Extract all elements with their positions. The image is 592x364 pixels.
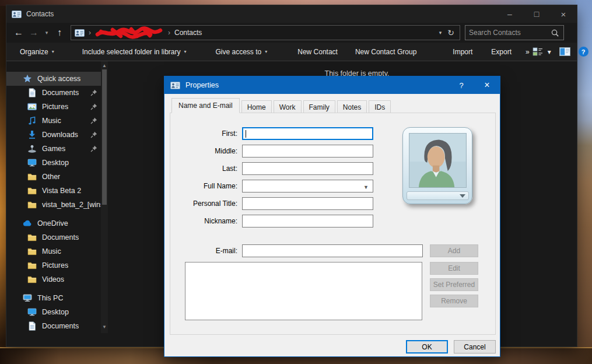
change-view-button[interactable]: ▾ — [533, 47, 551, 56]
sidebar-item-onedrive-documents[interactable]: Documents — [6, 230, 101, 244]
organize-button[interactable]: Organize▾ — [17, 48, 57, 56]
up-button[interactable]: ↑ — [52, 27, 67, 38]
pin-icon — [90, 103, 97, 110]
search-input[interactable] — [465, 29, 551, 37]
sidebar-item-onedrive-pictures[interactable]: Pictures — [6, 258, 101, 272]
contact-picture[interactable] — [402, 127, 472, 204]
sidebar-item-vista-beta-2[interactable]: Vista Beta 2 — [6, 184, 101, 198]
edit-button[interactable]: Edit — [430, 262, 478, 275]
last-name-field[interactable] — [242, 162, 373, 175]
add-button[interactable]: Add — [430, 244, 478, 257]
address-dropdown-chevron-icon[interactable]: ▾ — [435, 30, 447, 36]
full-name-label: Full Name: — [170, 180, 237, 192]
personal-title-input[interactable] — [243, 198, 373, 209]
folder-icon — [27, 200, 37, 209]
pictures-icon — [27, 102, 37, 111]
email-field[interactable] — [242, 244, 423, 257]
cloud-icon — [23, 219, 32, 228]
sidebar-item-this-pc[interactable]: This PC — [6, 291, 101, 305]
refresh-icon[interactable]: ↻ — [446, 28, 460, 37]
nickname-field[interactable] — [242, 215, 373, 228]
more-commands-button[interactable]: » — [523, 48, 533, 56]
give-access-to-button[interactable]: Give access to▾ — [213, 48, 271, 56]
navigation-bar: ← → ▾ ↑ › › Contacts ▾ ↻ — [6, 23, 577, 43]
sidebar-item-thispc-desktop[interactable]: Desktop — [6, 305, 101, 319]
personal-title-field[interactable] — [242, 197, 373, 210]
include-in-library-button[interactable]: Include selected folder in library▾ — [79, 48, 190, 56]
sidebar-item-onedrive-music[interactable]: Music — [6, 244, 101, 258]
star-icon — [23, 74, 32, 83]
sidebar-item-vista-beta-2-winsou[interactable]: vista_beta_2_[winsou — [6, 198, 101, 212]
maximize-button[interactable]: □ — [523, 5, 550, 23]
minimize-button[interactable]: – — [496, 5, 523, 23]
email-input[interactable] — [243, 245, 422, 257]
cancel-button[interactable]: Cancel — [454, 340, 496, 354]
person-silhouette-icon — [409, 134, 466, 187]
import-button[interactable]: Import — [450, 48, 475, 56]
chevron-down-icon[interactable]: ▼ — [363, 184, 369, 190]
first-name-field[interactable] — [242, 127, 373, 140]
tab-notes[interactable]: Notes — [337, 100, 367, 113]
desktop-icon — [27, 158, 37, 167]
dialog-help-icon[interactable]: ? — [449, 76, 474, 94]
close-button[interactable]: × — [550, 5, 577, 23]
tab-family[interactable]: Family — [303, 100, 335, 113]
sidebar-item-music[interactable]: Music — [6, 114, 101, 128]
tab-name-and-email[interactable]: Name and E-mail — [171, 98, 240, 113]
tab-home[interactable]: Home — [241, 100, 272, 113]
sidebar-item-documents[interactable]: Documents — [6, 86, 101, 100]
sidebar-scrollbar[interactable]: ▲ ▼ — [101, 61, 108, 333]
sidebar-item-pictures[interactable]: Pictures — [6, 100, 101, 114]
nickname-label: Nickname: — [170, 215, 237, 228]
sidebar-item-thispc-documents[interactable]: Documents — [6, 319, 101, 333]
tab-ids[interactable]: IDs — [369, 100, 391, 113]
pin-icon — [90, 89, 97, 96]
last-name-input[interactable] — [243, 163, 373, 174]
document-icon — [27, 321, 37, 331]
new-contact-group-button[interactable]: New Contact Group — [352, 48, 419, 56]
folder-icon — [27, 261, 37, 270]
nickname-input[interactable] — [243, 215, 373, 227]
dialog-close-icon[interactable]: × — [474, 76, 500, 94]
picture-dropdown-icon[interactable] — [460, 194, 465, 198]
middle-name-input[interactable] — [243, 145, 373, 157]
email-list[interactable] — [185, 262, 422, 320]
remove-button[interactable]: Remove — [430, 295, 478, 307]
tab-work[interactable]: Work — [274, 100, 302, 113]
export-button[interactable]: Export — [488, 48, 514, 56]
middle-name-field[interactable] — [242, 145, 373, 158]
sidebar-item-quick-access[interactable]: Quick access — [6, 72, 101, 86]
scrollbar-thumb[interactable] — [102, 69, 107, 205]
contact-card-icon — [170, 82, 180, 89]
picture-menu-strip[interactable] — [407, 191, 469, 200]
search-icon[interactable] — [551, 29, 559, 37]
folder-icon — [27, 247, 37, 256]
search-box[interactable] — [465, 25, 564, 40]
new-contact-button[interactable]: New Contact — [295, 48, 341, 56]
full-name-combobox[interactable]: ▼ — [242, 180, 373, 192]
recent-locations-chevron-icon[interactable]: ▾ — [41, 30, 52, 36]
first-name-label: First: — [170, 127, 237, 140]
first-name-input[interactable] — [243, 128, 373, 139]
preview-pane-icon[interactable] — [559, 47, 570, 56]
scroll-up-icon[interactable]: ▲ — [102, 64, 107, 68]
folder-icon — [27, 275, 37, 284]
ok-button[interactable]: OK — [406, 340, 448, 354]
address-bar[interactable]: › › Contacts ▾ ↻ — [71, 25, 460, 40]
sidebar-item-other[interactable]: Other — [6, 170, 101, 184]
help-icon[interactable]: ? — [579, 47, 589, 57]
sidebar-item-games[interactable]: Games — [6, 142, 101, 156]
sidebar-item-downloads[interactable]: Downloads — [6, 128, 101, 142]
middle-name-label: Middle: — [170, 145, 237, 158]
forward-button[interactable]: → — [26, 27, 41, 38]
pin-icon — [90, 117, 97, 124]
sidebar-item-onedrive-videos[interactable]: Videos — [6, 272, 101, 286]
scroll-down-icon[interactable]: ▼ — [102, 325, 107, 330]
sidebar-item-desktop[interactable]: Desktop — [6, 156, 101, 170]
breadcrumb-contacts[interactable]: Contacts — [174, 29, 202, 37]
back-button[interactable]: ← — [11, 27, 26, 38]
navigation-pane: Quick access Documents Pictures Music Do… — [6, 61, 110, 333]
set-preferred-button[interactable]: Set Preferred — [430, 278, 478, 291]
sidebar-item-onedrive[interactable]: OneDrive — [6, 216, 101, 230]
text-cursor — [246, 130, 246, 138]
